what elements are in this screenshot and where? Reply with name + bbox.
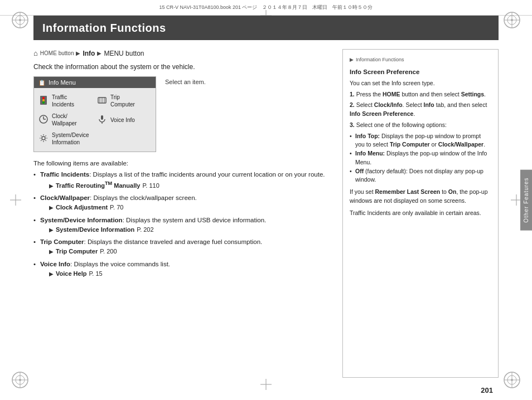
trip-icon (97, 95, 107, 107)
sub-item-page: P. 200 (100, 247, 117, 256)
rc-arrow-icon: ▶ (350, 56, 354, 64)
traffic-label: TrafficIncidents (52, 94, 74, 108)
subtitle: Check the information about the system o… (33, 63, 331, 71)
svg-point-29 (42, 97, 45, 99)
clock-label: Clock/Wallpaper (52, 113, 77, 127)
menu-title-icon: 📋 (38, 80, 45, 86)
svg-point-41 (42, 136, 45, 140)
corner-decoration-tr (502, 10, 522, 30)
menu-item-clock: Clock/Wallpaper (38, 113, 93, 127)
right-features-tab: Other Features (520, 169, 532, 230)
sub-item-label: Trip Computer (56, 247, 98, 256)
rc-intro: You can set the Info screen type. (350, 79, 491, 88)
system-label: System/DeviceInformation (52, 131, 89, 146)
sub-item-trip: ▶ Trip Computer P. 200 (40, 247, 331, 256)
list-item: Clock/Wallpaper: Displays the clock/wall… (33, 193, 331, 212)
breadcrumb-info: Info (83, 50, 95, 57)
rc-step-2: 2. Select Clock/Info. Select Info tab, a… (350, 101, 491, 119)
menu-title-text: Info Menu (49, 79, 76, 86)
right-column: ▶ Information Functions Info Screen Pref… (342, 49, 499, 378)
svg-rect-39 (101, 115, 103, 120)
bullet-list: Traffic Incidents: Displays a list of th… (33, 170, 331, 278)
sub-arrow-icon: ▶ (49, 226, 54, 234)
bullet-main-text: Clock/Wallpaper: Displays the clock/wall… (40, 194, 197, 201)
select-label: Select an item. (165, 79, 206, 85)
sub-item-page: P. 70 (110, 203, 123, 212)
system-icon (38, 133, 49, 145)
rc-header-text: Information Functions (356, 56, 404, 64)
bullet-main-text: Traffic Incidents: Displays a list of th… (40, 171, 325, 178)
list-item: Voice Info: Displays the voice commands … (33, 260, 331, 278)
sub-item-traffic: ▶ Traffic ReroutingTM Manually P. 110 (40, 180, 331, 190)
menu-item-voice: Voice Info (97, 113, 151, 127)
sub-arrow-icon: ▶ (49, 248, 54, 256)
svg-point-9 (511, 19, 513, 21)
list-item: Trip Computer: Displays the distance tra… (33, 237, 331, 256)
rc-step-3: 3. Select one of the following options: (350, 121, 491, 130)
breadcrumb-chevron-1: ▶ (76, 50, 80, 56)
clock-icon (38, 114, 49, 126)
bullet-main-text: System/Device Information: Displays the … (40, 217, 266, 223)
breadcrumb-arrow-1: HOME button (40, 50, 74, 56)
rc-section-title: Info Screen Preference (350, 67, 491, 77)
cross-bottom (260, 379, 272, 390)
voice-icon (97, 114, 107, 126)
corner-decoration-bl (10, 370, 30, 390)
main-content: ⌂ HOME button ▶ Info ▶ MENU button Check… (33, 40, 499, 378)
menu-image: 📋 Info Menu TrafficIncidents Tri (33, 76, 156, 152)
right-tab-text: Other Features (523, 177, 529, 222)
sub-item-page: P. 15 (89, 270, 102, 278)
svg-point-4 (19, 19, 21, 21)
list-item: Off (factory default): Does not display … (350, 167, 491, 185)
home-icon: ⌂ (33, 49, 38, 57)
svg-point-30 (42, 99, 45, 101)
voice-label: Voice Info (110, 116, 135, 124)
corner-decoration-br (502, 370, 522, 390)
list-item: Info Top: Displays the pop-up window to … (350, 132, 491, 150)
sub-arrow-icon: ▶ (49, 182, 54, 190)
page-title: Information Functions (42, 22, 166, 35)
sub-item-label: System/Device Information (56, 226, 134, 234)
sub-item-system: ▶ System/Device Information P. 202 (40, 226, 331, 234)
sub-arrow-icon: ▶ (49, 204, 54, 212)
menu-item-trip: TripComputer (97, 94, 151, 108)
trip-label: TripComputer (110, 94, 135, 108)
breadcrumb: ⌂ HOME button ▶ Info ▶ MENU button (33, 49, 331, 57)
left-column: ⌂ HOME button ▶ Info ▶ MENU button Check… (33, 40, 342, 378)
page-number: 201 (481, 386, 493, 394)
cross-left (10, 194, 21, 206)
traffic-icon (38, 95, 49, 107)
rc-step-1: 1. Press the HOME button and then select… (350, 90, 491, 99)
menu-body: TrafficIncidents TripComputer Clock/Wall… (34, 88, 156, 152)
menu-image-wrapper: 📋 Info Menu TrafficIncidents Tri (33, 76, 331, 152)
bullet-main-text: Voice Info: Displays the voice commands … (40, 261, 170, 267)
sub-item-page: P. 202 (137, 226, 153, 234)
rc-note-1: If you set Remember Last Screen to On, t… (350, 188, 491, 206)
svg-point-31 (42, 101, 45, 104)
sub-item-page: P. 110 (142, 182, 159, 190)
sub-arrow-icon: ▶ (49, 270, 54, 278)
list-item: Info Menu: Displays the pop-up window of… (350, 149, 491, 167)
svg-point-14 (19, 379, 21, 381)
rc-options-list: Info Top: Displays the pop-up window to … (350, 132, 491, 185)
list-item: System/Device Information: Displays the … (33, 216, 331, 234)
list-item: Traffic Incidents: Displays a list of th… (33, 170, 331, 190)
menu-item-traffic: TrafficIncidents (38, 94, 93, 108)
menu-title-bar: 📋 Info Menu (34, 77, 156, 88)
corner-decoration-tl (10, 10, 30, 30)
svg-point-19 (511, 379, 513, 381)
sub-item-label: Clock Adjustment (56, 203, 108, 212)
sub-item-clock: ▶ Clock Adjustment P. 70 (40, 203, 331, 212)
rc-note-2: Traffic Incidents are only available in … (350, 209, 491, 218)
menu-item-system: System/DeviceInformation (38, 131, 93, 146)
rc-header: ▶ Information Functions (350, 56, 491, 64)
section-intro: The following items are available: (33, 160, 331, 167)
rc-body: You can set the Info screen type. 1. Pre… (350, 79, 491, 218)
title-bar: Information Functions (33, 16, 499, 40)
sub-item-label: Traffic ReroutingTM Manually (56, 180, 140, 190)
sub-item-voice: ▶ Voice Help P. 15 (40, 270, 331, 278)
breadcrumb-chevron-2: ▶ (97, 50, 101, 56)
breadcrumb-menu: MENU button (104, 50, 144, 57)
sub-item-label: Voice Help (56, 270, 86, 278)
bullet-main-text: Trip Computer: Displays the distance tra… (40, 238, 262, 245)
